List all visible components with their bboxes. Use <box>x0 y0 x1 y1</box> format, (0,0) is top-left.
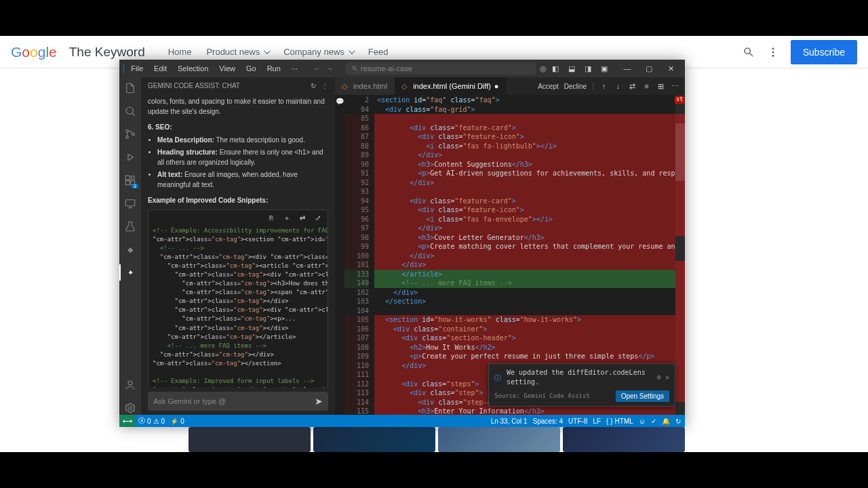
extensions-icon[interactable]: 1 <box>123 174 137 187</box>
status-bell-icon[interactable]: 🔔 <box>662 418 670 425</box>
diff-editor[interactable]: 💬 28485868788899091929394959697989910010… <box>335 95 685 415</box>
svg-rect-8 <box>125 181 130 185</box>
notification-settings-icon[interactable]: ⚙ <box>657 373 661 382</box>
status-eol[interactable]: LF <box>593 418 601 425</box>
chat-history-icon[interactable]: ⋮ <box>321 82 328 89</box>
layout-left-icon[interactable]: ◧ <box>551 64 560 73</box>
more-vert-icon[interactable] <box>766 45 780 59</box>
status-spaces[interactable]: Spaces: 4 <box>533 418 563 425</box>
more-actions-icon[interactable]: ⋯ <box>671 82 679 91</box>
html-file-icon: ◇ <box>342 82 350 90</box>
send-icon[interactable]: ➤ <box>315 396 323 407</box>
svg-point-1 <box>772 51 774 53</box>
menu-run[interactable]: Run <box>264 64 284 73</box>
whitespace-icon[interactable]: ⊞ <box>656 82 665 91</box>
menu-selection[interactable]: Selection <box>174 64 212 73</box>
menu-more[interactable]: ··· <box>288 64 301 73</box>
chevron-down-icon <box>264 47 271 54</box>
menu-go[interactable]: Go <box>243 64 260 73</box>
chat-code-snippet: ⎘ ＋ ⇄ ⤢ <!-- Example: Accessibility impr… <box>148 209 328 388</box>
comment-icon[interactable]: 💬 <box>336 97 344 105</box>
subscribe-button[interactable]: Subscribe <box>791 40 857 64</box>
explorer-icon[interactable] <box>123 81 137 95</box>
status-bar: ⟷ ⓧ 0 ⚠ 0 ⚡0 Ln 33, Col 1 Spaces: 4 UTF-… <box>119 415 685 427</box>
thumbnail[interactable] <box>189 427 311 452</box>
nav-back-icon[interactable]: ← <box>313 64 321 73</box>
nav-forward-icon[interactable]: → <box>326 64 334 73</box>
menu-file[interactable]: File <box>127 64 146 73</box>
info-icon: ⓘ <box>494 373 502 382</box>
remote-indicator[interactable]: ⟷ <box>119 415 136 427</box>
minimap[interactable]: st <box>675 95 685 415</box>
chat-heading-snippets: Example of Improved Code Snippets: <box>148 195 328 205</box>
notification-message: We updated the diffEditor.codeLens setti… <box>507 368 653 386</box>
status-encoding[interactable]: UTF-8 <box>568 418 587 425</box>
command-center-search[interactable]: resume-ai-case <box>346 62 536 75</box>
svg-rect-11 <box>125 200 135 206</box>
remote-explorer-icon[interactable] <box>123 197 137 210</box>
layout-bottom-icon[interactable]: ⬓ <box>567 64 576 73</box>
menu-edit[interactable]: Edit <box>151 64 170 73</box>
window-minimize[interactable]: — <box>617 60 637 77</box>
svg-rect-10 <box>132 176 135 180</box>
open-settings-button[interactable]: Open Settings <box>616 390 669 402</box>
status-feedback-icon[interactable]: ☺ <box>639 418 646 425</box>
chat-input[interactable]: Ask Gemini or type @ ➤ <box>148 392 328 411</box>
editor-tabs: ◇ index.html ◇ index.html (Gemini Diff) … <box>335 77 685 95</box>
layout-right-icon[interactable]: ◨ <box>583 64 593 73</box>
panel-title: GEMINI CODE ASSIST: CHAT <box>148 82 240 89</box>
inline-view-icon[interactable]: ≡ <box>642 82 651 91</box>
tab-gemini-diff[interactable]: ◇ index.html (Gemini Diff) ● <box>395 77 506 95</box>
status-problems[interactable]: ⓧ 0 ⚠ 0 <box>138 416 165 426</box>
thumbnail[interactable] <box>313 427 435 452</box>
notification-close-icon[interactable]: ✕ <box>665 373 669 382</box>
nav-feed[interactable]: Feed <box>368 47 389 57</box>
thumbnail[interactable] <box>438 427 560 452</box>
activity-bar: 1 ◆ ✦ <box>119 77 141 415</box>
database-icon[interactable]: ◆ <box>123 243 137 256</box>
line-gutter: 2848586878889909192939495969798991001011… <box>344 95 374 415</box>
copy-icon[interactable]: ⎘ <box>267 214 275 222</box>
status-ports[interactable]: ⚡0 <box>170 418 184 425</box>
svg-point-3 <box>126 107 134 115</box>
gemini-icon[interactable]: ✦ <box>123 266 137 279</box>
gemini-chat-panel: GEMINI CODE ASSIST: CHAT ↻ ⋮ colors, fon… <box>141 77 335 415</box>
nav-company-news[interactable]: Company news <box>283 47 353 57</box>
search-icon[interactable] <box>123 104 137 118</box>
menu-view[interactable]: View <box>216 64 239 73</box>
customize-layout-icon[interactable]: ▣ <box>599 64 609 73</box>
nav-product-news[interactable]: Product news <box>206 47 269 57</box>
insert-icon[interactable]: ＋ <box>282 214 291 222</box>
diff-accept-button[interactable]: Accept <box>538 83 559 90</box>
window-close[interactable]: ✕ <box>660 60 681 77</box>
search-icon[interactable] <box>742 45 755 59</box>
settings-icon[interactable] <box>123 401 137 415</box>
svg-point-4 <box>126 130 129 133</box>
testing-icon[interactable] <box>123 220 137 233</box>
chat-heading-seo: 6. SEO: <box>148 122 328 132</box>
code-area[interactable]: <section id="faq" class="faq"> <div clas… <box>374 95 685 415</box>
copilot-icon[interactable]: ◎ <box>540 64 547 73</box>
status-cursor[interactable]: Ln 33, Col 1 <box>491 418 528 425</box>
tab-index-html[interactable]: ◇ index.html <box>335 77 395 95</box>
expand-icon[interactable]: ⤢ <box>313 214 322 222</box>
notification-source: Source: Gemini Code Assist <box>494 392 590 400</box>
status-live-icon[interactable]: ↻ <box>675 418 681 425</box>
status-prettier-icon[interactable]: ✓ <box>651 418 656 425</box>
nav-home[interactable]: Home <box>168 47 192 57</box>
minimap-badge: st <box>675 96 684 104</box>
thumbnail[interactable] <box>563 427 685 452</box>
prev-change-icon[interactable]: ↑ <box>599 82 608 91</box>
diff-decline-button[interactable]: Decline <box>564 83 587 90</box>
next-change-icon[interactable]: ↓ <box>614 82 623 91</box>
swap-icon[interactable]: ⇄ <box>628 82 637 91</box>
source-control-icon[interactable] <box>123 127 137 141</box>
new-chat-icon[interactable]: ↻ <box>311 82 316 89</box>
window-maximize[interactable]: ▢ <box>639 60 659 77</box>
site-title: The Keyword <box>69 45 145 60</box>
debug-icon[interactable] <box>123 150 137 164</box>
account-icon[interactable] <box>123 378 137 392</box>
svg-point-6 <box>132 133 135 136</box>
status-language[interactable]: { } HTML <box>606 418 633 425</box>
diff-icon[interactable]: ⇄ <box>298 214 307 222</box>
